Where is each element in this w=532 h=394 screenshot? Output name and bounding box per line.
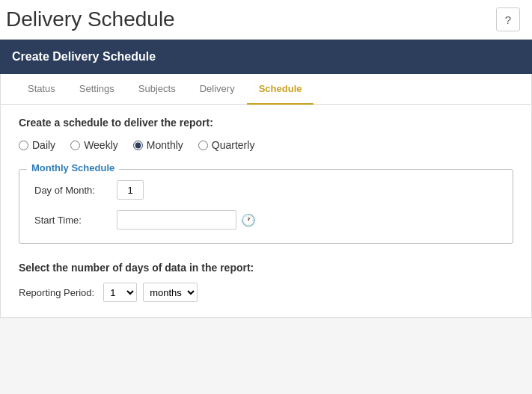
- start-time-label: Start Time:: [34, 215, 117, 226]
- radio-monthly-label: Monthly: [147, 139, 183, 151]
- page-wrapper: Delivery Schedule ? Create Delivery Sche…: [0, 0, 532, 318]
- tab-settings[interactable]: Settings: [67, 74, 126, 105]
- radio-quarterly-input[interactable]: [198, 141, 208, 150]
- reporting-section: Select the number of days of data in the…: [19, 262, 513, 302]
- day-of-month-input[interactable]: [117, 180, 144, 200]
- help-button[interactable]: ?: [496, 7, 520, 31]
- day-of-month-row: Day of Month:: [34, 180, 498, 200]
- radio-daily[interactable]: Daily: [19, 139, 55, 151]
- radio-weekly-label: Weekly: [84, 139, 118, 151]
- reporting-period-unit-select[interactable]: months days weeks: [143, 283, 198, 302]
- tab-delivery[interactable]: Delivery: [188, 74, 247, 105]
- radio-weekly-input[interactable]: [70, 141, 80, 150]
- radio-weekly[interactable]: Weekly: [70, 139, 118, 151]
- reporting-period-number-select[interactable]: 1 2 3 6 12: [103, 283, 137, 302]
- tab-schedule[interactable]: Schedule: [247, 74, 314, 105]
- tab-status[interactable]: Status: [16, 74, 67, 105]
- radio-daily-label: Daily: [32, 139, 55, 151]
- reporting-label: Select the number of days of data in the…: [19, 262, 513, 274]
- radio-monthly-input[interactable]: [133, 141, 143, 150]
- page-title: Delivery Schedule: [6, 7, 175, 31]
- fieldset-legend: Monthly Schedule: [27, 162, 119, 173]
- start-time-input[interactable]: [117, 210, 236, 230]
- panel-title: Create Delivery Schedule: [12, 50, 156, 63]
- tab-subjects[interactable]: Subjects: [126, 74, 188, 105]
- start-time-row: Start Time: 🕐: [34, 210, 498, 230]
- content-area: Create a schedule to deliver the report:…: [1, 117, 531, 302]
- radio-monthly[interactable]: Monthly: [133, 139, 183, 151]
- day-of-month-label: Day of Month:: [34, 185, 117, 196]
- reporting-row: Reporting Period: 1 2 3 6 12 months days…: [19, 283, 513, 302]
- page-header: Delivery Schedule ?: [0, 0, 532, 40]
- panel-header: Create Delivery Schedule: [0, 40, 532, 74]
- panel: Create Delivery Schedule Status Settings…: [0, 40, 532, 318]
- radio-quarterly[interactable]: Quarterly: [198, 139, 255, 151]
- clock-icon[interactable]: 🕐: [241, 213, 256, 227]
- frequency-radio-group: Daily Weekly Monthly Quarterly: [19, 139, 513, 151]
- monthly-schedule-box: Monthly Schedule Day of Month: Start Tim…: [19, 169, 513, 244]
- reporting-period-label: Reporting Period:: [19, 287, 94, 298]
- tab-bar: Status Settings Subjects Delivery Schedu…: [1, 74, 531, 105]
- radio-quarterly-label: Quarterly: [212, 139, 255, 151]
- panel-body: Status Settings Subjects Delivery Schedu…: [0, 74, 532, 318]
- radio-daily-input[interactable]: [19, 141, 28, 150]
- schedule-instruction: Create a schedule to deliver the report:: [19, 117, 513, 129]
